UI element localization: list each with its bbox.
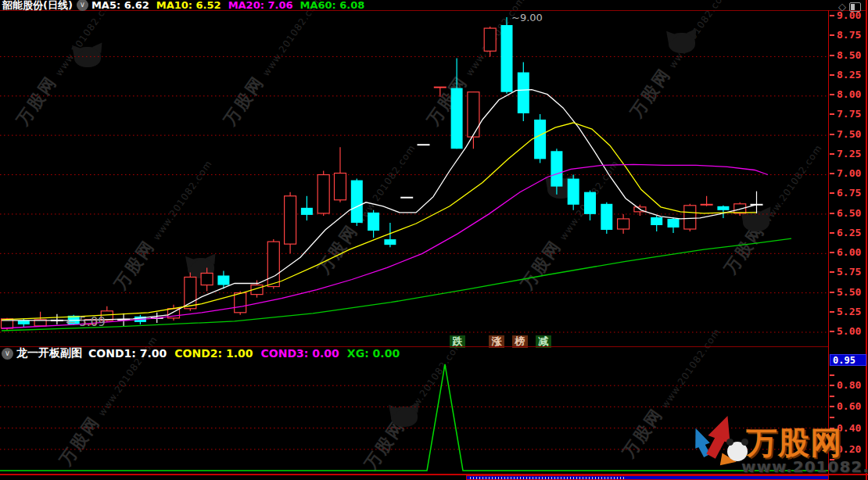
cond3-label: COND3: 0.00 — [261, 347, 339, 360]
axis-tick — [830, 311, 834, 313]
axis-tick — [830, 113, 834, 115]
stock-app-window: { "header": { "title": "韶能股份(日线)", "ma_i… — [0, 0, 868, 480]
axis-tick — [830, 153, 834, 155]
xg-label: XG: 0.00 — [347, 347, 400, 360]
axis-tick — [830, 173, 834, 174]
wangugwang-logo: 万股网 www.201082.com — [694, 417, 837, 478]
axis-tick — [830, 252, 834, 253]
axis-tick — [830, 55, 834, 56]
axis-tick — [830, 232, 834, 234]
price-label: 6.00 — [837, 246, 861, 258]
axis-tick — [830, 292, 834, 293]
price-axis: 0.95 9.008.758.508.258.007.757.507.257.0… — [828, 0, 868, 480]
axis-tick — [830, 396, 834, 397]
chevron-down-icon[interactable]: ∨ — [2, 348, 13, 360]
stock-title: 韶能股份(日线) — [2, 0, 73, 13]
ma10-label: MA10: 6.52 — [156, 0, 221, 11]
price-label: 5.00 — [837, 325, 861, 337]
axis-tick — [830, 213, 834, 214]
red-arrow-icon — [708, 412, 738, 443]
price-label: 7.00 — [837, 167, 861, 179]
price-label: 5.75 — [837, 266, 861, 278]
price-label: 7.25 — [837, 148, 861, 159]
axis-tick — [830, 15, 834, 16]
value-highlight-badge: 0.95 — [830, 354, 866, 366]
high-price-annotation: ~9.00 — [511, 12, 543, 23]
subchart-title: 龙一开板副图 — [16, 346, 82, 360]
cond1-label: COND1: 7.00 — [88, 347, 167, 360]
price-label: 8.75 — [837, 29, 861, 41]
price-label: 6.75 — [837, 187, 861, 199]
logo-url-text: www.201082.com — [741, 457, 868, 476]
price-label: 7.50 — [837, 128, 861, 140]
ma5-label: MA5: 6.62 — [91, 0, 149, 11]
axis-tick — [830, 331, 834, 332]
price-label: 6.25 — [837, 227, 861, 238]
axis-tick — [830, 374, 834, 376]
indicator-value-label: 0.60 — [837, 400, 861, 412]
main-candlestick-chart[interactable] — [0, 10, 829, 334]
axis-tick — [830, 271, 834, 273]
ma60-label: MA60: 6.08 — [300, 0, 365, 11]
subchart-header-bar: ∨ 龙一开板副图 COND1: 7.00 COND2: 1.00 COND3: … — [2, 347, 407, 360]
axis-tick — [830, 406, 834, 407]
price-label: 8.50 — [837, 49, 861, 61]
axis-tick — [830, 385, 834, 386]
price-label: 6.50 — [837, 207, 861, 219]
price-label: 5.25 — [837, 306, 861, 317]
price-label: 8.25 — [837, 69, 861, 81]
main-chart-svg — [0, 10, 829, 334]
chevron-down-icon[interactable]: ∨ — [77, 0, 88, 11]
axis-tick — [830, 94, 834, 95]
indicator-value-label: 0.80 — [837, 379, 861, 391]
price-label: 7.75 — [837, 108, 861, 120]
chart-header-bar: 韶能股份(日线) ∨ MA5: 6.62 MA10: 6.52 MA20: 7.… — [2, 0, 371, 10]
axis-tick — [830, 34, 834, 36]
cond2-label: COND2: 1.00 — [174, 347, 253, 360]
price-label: 8.00 — [837, 88, 861, 100]
axis-tick — [830, 192, 834, 194]
ma20-label: MA20: 7.06 — [228, 0, 293, 11]
price-label: 5.50 — [837, 286, 861, 298]
axis-tick — [830, 74, 834, 76]
axis-tick — [830, 134, 834, 135]
price-label: 9.00 — [837, 9, 861, 21]
low-price-annotation: ← 5.09 — [66, 315, 106, 329]
